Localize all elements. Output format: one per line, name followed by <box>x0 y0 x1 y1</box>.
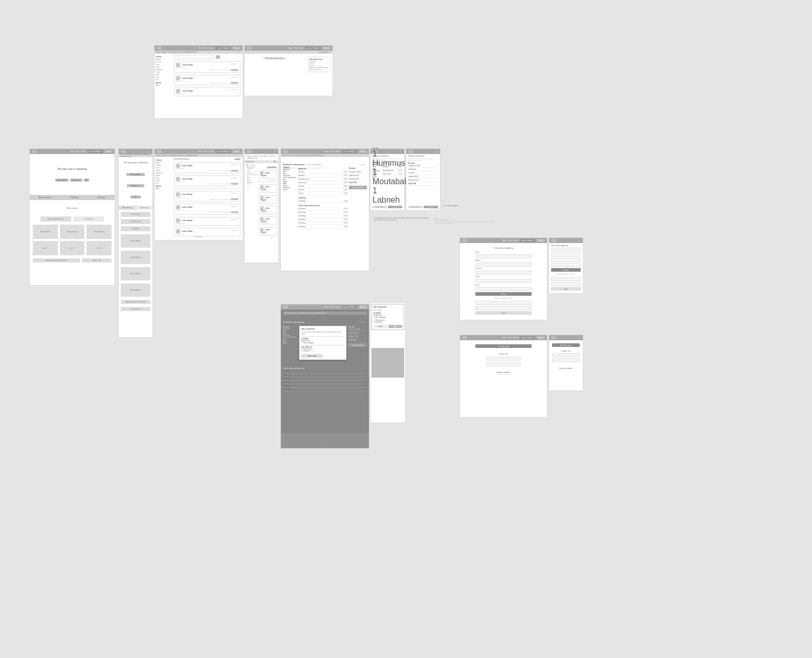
supplement-modal: Add a supplement Lorem ipsum sit amet do… <box>299 326 346 360</box>
sidebar: Cuisines Burgers Chinese Curry Italian J… <box>156 55 171 87</box>
thumbnail-icon: ▲ <box>176 76 180 80</box>
thumbnail-icon: ▲ <box>176 89 180 93</box>
frame-list-mobile: ☰ Home / London / Canary Wharf / Lebanes… <box>245 149 278 262</box>
phone-input[interactable] <box>475 279 532 283</box>
name-input[interactable] <box>475 254 532 258</box>
address-btn[interactable]: At my address <box>55 179 68 182</box>
logo <box>157 47 162 50</box>
frame-list-desktop: AboutHelpContact Log in or RegisterSign … <box>155 149 243 240</box>
login-pill[interactable]: Log in or Register <box>215 47 231 50</box>
cancel-btn[interactable]: Cancel <box>374 325 387 328</box>
frame-home-mobile: ☰ Home / London / Canary Wharf / Lebanes… <box>119 149 152 337</box>
category-sidebar: Category AppetizersFriedMainCold SoupCol… <box>283 166 296 191</box>
breadcrumb: Home / London / Canary Wharf / Lebanese … <box>156 51 197 53</box>
rating-stars: ★★★★☆ <box>231 76 238 78</box>
preorder-chip[interactable]: Pre-order <box>231 69 238 71</box>
login-password-input[interactable] <box>475 306 532 310</box>
partner-pill[interactable]: Sign up <box>232 47 240 50</box>
restaurant-row[interactable]: ▲ Lorem Theyaki ★★★★☆ Japanese, Thai Del… <box>174 75 240 86</box>
continue-btn[interactable]: Continue <box>475 292 532 296</box>
menu-icon[interactable]: ☰ <box>579 337 581 339</box>
frame-cart-mobile: ☰ Al Masar in Docklands Open today until… <box>406 149 440 210</box>
cart-panel: My order 1 Hummus £4.50 Subtotal £4.50 D… <box>349 166 367 189</box>
frame-home-desktop: About Help Contact Log in or Register Si… <box>30 149 115 285</box>
area-card[interactable]: Results Ahead <box>33 225 58 239</box>
menu-icon[interactable]: ☰ <box>148 150 150 153</box>
menu-icon[interactable]: ☰ <box>274 150 276 153</box>
everyone-btn[interactable]: Everyone's in <box>70 179 82 182</box>
frame-rating-desktop: About Help Contact Log in or Register Si… <box>245 46 333 96</box>
load-more[interactable]: Load more <box>155 236 243 238</box>
breadcrumb-bar: Home / London / Canary Wharf / Lebanese … <box>155 51 243 54</box>
restaurant-row[interactable]: ▲ Lorem Theyaki ★★★★☆ Japanese, Thai Del… <box>174 61 240 73</box>
login-email-input[interactable] <box>475 301 532 305</box>
frame-popup-desktop: AboutHelpContactLog in or RegisterSign u… <box>281 304 369 448</box>
frame-confirm-mobile: ☰ Your order status To log in, visit — B… <box>549 335 583 390</box>
tab-soon[interactable]: Coming soon <box>73 216 104 222</box>
frame-list-desktop-top: About Help Contact Log in or Register Si… <box>155 46 243 118</box>
frame-menu-desktop: AboutHelpContactLog in or RegisterSign u… <box>281 149 369 271</box>
tab-now[interactable]: Now available delivery <box>40 216 71 222</box>
frame-menu-mobile: ☰ Al Masar in Docklands Open today until… <box>370 149 404 210</box>
stepper[interactable]: − + <box>311 350 313 352</box>
add-btn[interactable]: Add <box>388 325 402 328</box>
supplement-modal-mobile: Add a supplement Pita + garlic by defaul… <box>371 304 404 330</box>
header: About Help Contact Log in or Register Si… <box>245 46 333 51</box>
login-btn[interactable]: Log in <box>475 311 532 315</box>
frame-confirm-desktop: AboutHelpContactLog in or RegisterSign u… <box>460 335 547 417</box>
menu-icon[interactable]: ☰ <box>436 150 438 153</box>
checkout-btn[interactable]: Go to Checkout <box>349 186 367 189</box>
status-bar: Your order status <box>475 344 532 348</box>
menu-icon[interactable]: ☰ <box>579 239 581 242</box>
frame-checkout-mobile: ☰ Order without registering Continue Hav… <box>549 238 583 293</box>
header: About Help Contact Log in or Register Si… <box>155 46 243 51</box>
thumbnail-icon: ▲ <box>176 63 180 67</box>
frame-checkout-desktop: AboutHelpContactLog in or RegisterSign u… <box>460 238 547 320</box>
annotation: user's already logged in <box>443 205 459 207</box>
results: ▲ Lorem Theyaki ★★★★☆ Japanese, Thai Del… <box>174 55 240 98</box>
email-input[interactable] <box>475 287 532 291</box>
rating-stars: ★★★★☆ <box>231 89 238 91</box>
search-input[interactable] <box>174 55 215 59</box>
postcode-input[interactable] <box>475 271 532 275</box>
address-input[interactable] <box>475 262 532 267</box>
rating-stars: ★★★★☆ <box>231 63 238 65</box>
frame-popup-mobile: Add a supplement Pita + garlic by defaul… <box>370 303 405 423</box>
stepper[interactable]: − + <box>313 348 315 350</box>
add-to-order-btn[interactable]: Add to order <box>301 354 323 358</box>
hero-heading: The easy way to takeaway <box>30 167 115 170</box>
go-btn[interactable]: Go <box>84 179 89 182</box>
search-button[interactable] <box>216 55 220 59</box>
tracking-chip: Order delivered by tracking <box>262 57 286 60</box>
restaurant-name: Al Masar in Docklands <box>283 163 305 166</box>
restaurant-row[interactable]: ▲ Lorem Theyaki ★★★★☆ Japanese, Thai <box>174 87 240 96</box>
grey-placeholder <box>371 348 404 378</box>
rating-panel: How well do it go ★★★★☆ (detail) (detail… <box>308 57 331 72</box>
